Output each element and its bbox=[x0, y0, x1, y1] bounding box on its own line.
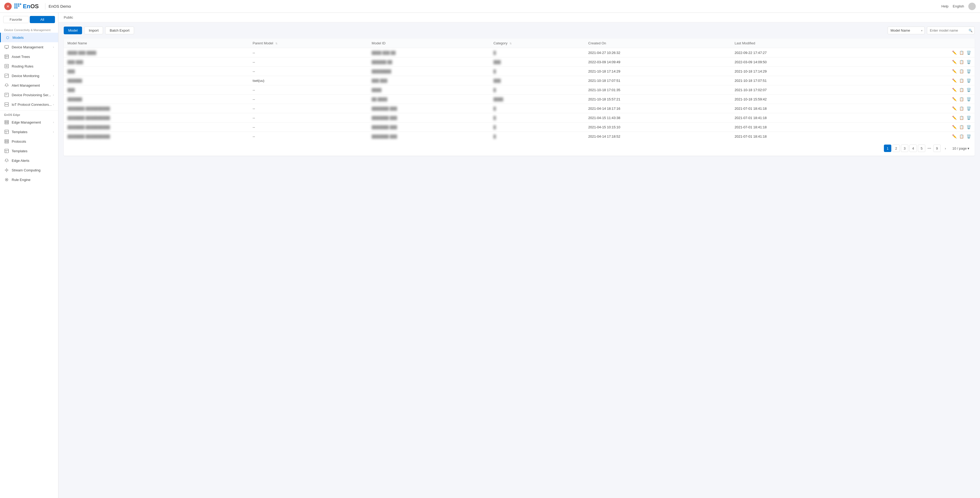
copy-icon[interactable]: 📋 bbox=[959, 106, 964, 110]
sidebar-item-stream-computing[interactable]: Stream Computing bbox=[0, 165, 58, 175]
delete-icon[interactable]: 🗑️ bbox=[966, 97, 971, 101]
sidebar-item-templates-2[interactable]: Templates bbox=[0, 146, 58, 156]
search-input[interactable] bbox=[927, 27, 975, 34]
delete-icon[interactable]: 🗑️ bbox=[966, 116, 971, 120]
edit-icon[interactable]: ✏️ bbox=[952, 106, 957, 110]
sidebar-item-asset-trees[interactable]: Asset Trees bbox=[0, 52, 58, 61]
page-next-btn[interactable]: › bbox=[942, 145, 949, 152]
tab-batch-export[interactable]: Batch Export bbox=[105, 27, 134, 34]
copy-icon[interactable]: 📋 bbox=[959, 69, 964, 73]
delete-icon[interactable]: 🗑️ bbox=[966, 78, 971, 83]
sidebar-item-protocols[interactable]: Protocols bbox=[0, 137, 58, 146]
edit-icon[interactable]: ✏️ bbox=[952, 88, 957, 92]
copy-icon[interactable]: 📋 bbox=[959, 134, 964, 139]
sidebar-tab-favorite[interactable]: Favorite bbox=[3, 16, 29, 23]
cell-last-modified: 2021-07-01 18:41:18 bbox=[731, 132, 877, 141]
sidebar-item-device-provisioning[interactable]: Device Provisioning Ser... › bbox=[0, 90, 58, 100]
edit-icon[interactable]: ✏️ bbox=[952, 69, 957, 73]
cell-model-id: ██████ ██ bbox=[368, 57, 490, 67]
edit-icon[interactable]: ✏️ bbox=[952, 125, 957, 129]
svg-rect-26 bbox=[7, 142, 8, 142]
page-btn-9[interactable]: 9 bbox=[933, 145, 941, 152]
svg-rect-22 bbox=[5, 139, 8, 143]
language-selector[interactable]: English bbox=[953, 4, 964, 8]
toolbar-right: Model Name ▾ 🔍 bbox=[888, 27, 975, 34]
sidebar-item-edge-alerts[interactable]: Edge Alerts bbox=[0, 156, 58, 165]
sidebar-item-iot-protocol-label: IoT Protocol Connectors... bbox=[12, 102, 53, 107]
delete-icon[interactable]: 🗑️ bbox=[966, 106, 971, 110]
cell-parent-model: -- bbox=[249, 104, 368, 113]
sidebar-item-rule-engine[interactable]: Rule Engine bbox=[0, 175, 58, 184]
asset-trees-icon bbox=[4, 54, 9, 59]
delete-icon[interactable]: 🗑️ bbox=[966, 60, 971, 64]
table: Model Name Parent Model ⇅ Model ID Categ… bbox=[64, 38, 975, 141]
delete-icon[interactable]: 🗑️ bbox=[966, 51, 971, 55]
sidebar-item-templates-1[interactable]: Templates › bbox=[0, 127, 58, 137]
sidebar-item-device-management[interactable]: Device Management › bbox=[0, 42, 58, 52]
cell-parent-model: tset(uu) bbox=[249, 76, 368, 85]
sidebar-item-alert-management[interactable]: Alert Management › bbox=[0, 80, 58, 90]
cell-model-id: ███████ ███ bbox=[368, 123, 490, 132]
filter-select[interactable]: Model Name bbox=[888, 27, 925, 34]
sidebar-item-iot-protocol[interactable]: IoT Protocol Connectors... › bbox=[0, 100, 58, 109]
main-content: Public Model Import Batch Export Model N… bbox=[59, 13, 980, 498]
delete-icon[interactable]: 🗑️ bbox=[966, 69, 971, 73]
sidebar-item-templates-1-label: Templates bbox=[12, 130, 53, 134]
page-btn-3[interactable]: 3 bbox=[901, 145, 908, 152]
sidebar-item-asset-trees-label: Asset Trees bbox=[12, 55, 54, 59]
sidebar-item-routing-rules[interactable]: Routing Rules bbox=[0, 61, 58, 71]
tab-model[interactable]: Model bbox=[64, 27, 82, 34]
device-monitoring-icon bbox=[4, 73, 9, 78]
user-avatar[interactable] bbox=[968, 3, 976, 10]
edge-management-arrow: › bbox=[53, 121, 54, 124]
category-sort-icon[interactable]: ⇅ bbox=[509, 42, 512, 45]
sidebar-item-models[interactable]: ⬡ Models bbox=[0, 33, 58, 42]
per-page-selector[interactable]: 10 / page ▾ bbox=[952, 147, 969, 150]
templates-2-icon bbox=[4, 148, 9, 153]
copy-icon[interactable]: 📋 bbox=[959, 88, 964, 92]
tab-import[interactable]: Import bbox=[84, 27, 103, 34]
help-link[interactable]: Help bbox=[942, 4, 949, 8]
cell-last-modified: 2021-07-01 18:41:18 bbox=[731, 113, 877, 123]
col-last-modified: Last Modified bbox=[731, 38, 877, 48]
device-provisioning-icon bbox=[4, 93, 9, 97]
cell-parent-model: -- bbox=[249, 85, 368, 94]
copy-icon[interactable]: 📋 bbox=[959, 51, 964, 55]
edit-icon[interactable]: ✏️ bbox=[952, 97, 957, 101]
breadcrumb: Public bbox=[59, 13, 980, 22]
copy-icon[interactable]: 📋 bbox=[959, 78, 964, 83]
cell-model-name: ███████ ██████████ bbox=[64, 104, 249, 113]
close-button[interactable]: ✕ bbox=[4, 3, 12, 10]
edge-management-icon bbox=[4, 120, 9, 124]
edit-icon[interactable]: ✏️ bbox=[952, 60, 957, 64]
edit-icon[interactable]: ✏️ bbox=[952, 78, 957, 83]
page-btn-4[interactable]: 4 bbox=[909, 145, 917, 152]
cell-actions: ✏️ 📋 🗑️ bbox=[877, 123, 975, 132]
copy-icon[interactable]: 📋 bbox=[959, 116, 964, 120]
sidebar-item-edge-management[interactable]: Edge Management › bbox=[0, 118, 58, 127]
sidebar-tab-all[interactable]: All bbox=[30, 16, 55, 23]
edit-icon[interactable]: ✏️ bbox=[952, 51, 957, 55]
page-btn-2[interactable]: 2 bbox=[892, 145, 900, 152]
cell-category: █ bbox=[490, 132, 584, 141]
sidebar-item-device-monitoring[interactable]: Device Monitoring › bbox=[0, 71, 58, 80]
parent-model-sort-icon[interactable]: ⇅ bbox=[275, 42, 277, 45]
table-row: ███ -- ████ █ 2021-10-18 17:01:35 2021-1… bbox=[64, 85, 975, 94]
cell-last-modified: 2021-10-18 17:02:07 bbox=[731, 85, 877, 94]
copy-icon[interactable]: 📋 bbox=[959, 97, 964, 101]
svg-rect-19 bbox=[5, 130, 8, 134]
protocols-icon bbox=[4, 139, 9, 144]
svg-rect-0 bbox=[5, 45, 8, 48]
delete-icon[interactable]: 🗑️ bbox=[966, 88, 971, 92]
delete-icon[interactable]: 🗑️ bbox=[966, 134, 971, 139]
col-category: Category ⇅ bbox=[490, 38, 584, 48]
edit-icon[interactable]: ✏️ bbox=[952, 116, 957, 120]
page-btn-5[interactable]: 5 bbox=[918, 145, 925, 152]
edit-icon[interactable]: ✏️ bbox=[952, 134, 957, 139]
cell-created-on: 2021-04-14 18:17:16 bbox=[585, 104, 731, 113]
page-btn-1[interactable]: 1 bbox=[884, 145, 891, 152]
search-icon: 🔍 bbox=[969, 29, 972, 32]
copy-icon[interactable]: 📋 bbox=[959, 60, 964, 64]
delete-icon[interactable]: 🗑️ bbox=[966, 125, 971, 129]
copy-icon[interactable]: 📋 bbox=[959, 125, 964, 129]
